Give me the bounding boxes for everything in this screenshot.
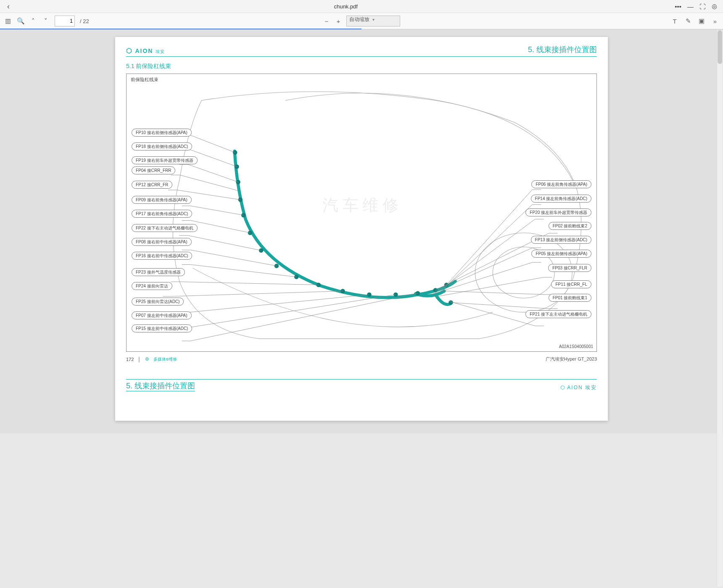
window-controls: ••• — ⛶ ◎ — [675, 3, 723, 10]
callout-right: FP20 接左前车外超宽带传感器 — [525, 208, 591, 216]
zoom-in-icon[interactable]: + — [335, 17, 342, 25]
zoom-select-label: 自动缩放 — [349, 16, 369, 22]
prev-page-icon[interactable]: ˄ — [29, 17, 37, 25]
svg-point-7 — [248, 231, 252, 235]
subsection-title: 5.1 前保险杠线束 — [126, 63, 597, 70]
next-page-preview: 5. 线束接插件位置图 ⬡ AION 埃安 — [126, 379, 597, 391]
brand-text-cn: 埃安 — [156, 49, 165, 54]
overflow-icon[interactable]: » — [711, 17, 719, 25]
sidebar-toggle-icon[interactable]: ▥ — [4, 17, 12, 25]
target-icon[interactable]: ◎ — [712, 3, 717, 10]
wiring-diagram: 前保险杠线束 A02A1S04005001 — [126, 74, 597, 352]
svg-point-5 — [238, 198, 243, 202]
callout-right: FP13 接左前侧传感器(ADC) — [531, 236, 591, 244]
minimize-icon[interactable]: — — [687, 3, 694, 10]
callout-left: FP09 接右前角传感器(APA) — [132, 196, 192, 204]
next-section-heading: 5. 线束接插件位置图 — [126, 381, 195, 391]
callout-left: FP10 接右前侧传感器(APA) — [132, 129, 192, 137]
back-button[interactable]: ‹ — [0, 2, 17, 11]
vehicle-model: 广汽埃安Hyper GT_2023 — [546, 356, 597, 362]
callout-right: FP01 接前舱线束1 — [549, 294, 591, 302]
document-viewport[interactable]: ⬡ AION 埃安 5. 线束接插件位置图 5.1 前保险杠线束 前保险杠线束 … — [0, 29, 723, 433]
callout-left: FP08 接右前中传感器(APA) — [132, 238, 192, 246]
svg-text:汽 车 维 修: 汽 车 维 修 — [322, 196, 398, 214]
scrollbar-thumb[interactable] — [718, 30, 722, 64]
footer-logo-text: 多媒体e维修 — [153, 356, 177, 362]
pdf-toolbar: ▥ 🔍 ˄ ˅ / 22 − + 自动缩放 ▾ T ✎ ▣ » — [0, 13, 723, 29]
brand-logo-bottom: ⬡ AION 埃安 — [560, 384, 597, 391]
next-page-icon[interactable]: ˅ — [42, 17, 50, 25]
callout-left: FP17 接右前角传感器(ADC) — [132, 210, 192, 218]
callout-left: FP07 接左前中传感器(APA) — [132, 311, 192, 319]
page-number: 172 — [126, 357, 134, 362]
callout-right: FP03 接CRR_FLR — [548, 264, 591, 272]
callout-right: FP21 接下左主动进气格栅电机 — [525, 310, 591, 318]
window-title: chunk.pdf — [17, 3, 675, 10]
callout-left: FP19 接右前车外超宽带传感器 — [132, 156, 198, 164]
text-tool-icon[interactable]: T — [671, 17, 678, 25]
page-number-input[interactable] — [55, 16, 75, 26]
callout-left: FP04 接CRR_FRR — [132, 166, 175, 174]
pdf-page: ⬡ AION 埃安 5. 线束接插件位置图 5.1 前保险杠线束 前保险杠线束 … — [115, 37, 608, 421]
page-footer: 172 │ ⚙ 多媒体e维修 广汽埃安Hyper GT_2023 — [126, 356, 597, 362]
page-total: / 22 — [80, 18, 89, 24]
callout-right: FP05 接左前侧传感器(APA) — [531, 250, 591, 258]
image-tool-icon[interactable]: ▣ — [698, 17, 705, 25]
callout-left: FP18 接右前侧传感器(ADC) — [132, 142, 192, 150]
loading-progress — [0, 29, 362, 29]
more-icon[interactable]: ••• — [675, 3, 681, 10]
callout-right: FP02 接前舱线束2 — [549, 222, 591, 230]
callout-left: FP24 接前向雷达 — [132, 282, 172, 290]
zoom-select[interactable]: 自动缩放 ▾ — [346, 16, 400, 26]
callout-right: FP06 接左前角传感器(APA) — [531, 180, 591, 188]
maximize-icon[interactable]: ⛶ — [699, 3, 706, 10]
search-icon[interactable]: 🔍 — [17, 17, 24, 25]
section-heading: 5. 线束接插件位置图 — [528, 45, 597, 55]
callout-left: FP15 接左前中传感器(ADC) — [132, 324, 192, 332]
chevron-down-icon: ▾ — [372, 17, 375, 22]
callout-left: FP22 接下右主动进气格栅电机 — [132, 224, 198, 232]
callout-right: FP11 接CRR_FL — [551, 280, 591, 288]
svg-point-14 — [393, 293, 398, 297]
brand-text-en: AION — [135, 47, 153, 54]
callout-right: FP14 接左前角传感器(ADC) — [531, 195, 591, 203]
window-titlebar: ‹ chunk.pdf ••• — ⛶ ◎ — [0, 0, 723, 13]
callout-left: FP25 接前向雷达(ADC) — [132, 298, 184, 306]
separator: │ — [138, 357, 141, 362]
svg-point-4 — [236, 180, 240, 184]
zoom-out-icon[interactable]: − — [323, 17, 330, 25]
callout-left: FP23 接外气温度传感器 — [132, 268, 185, 276]
brand-logo: ⬡ AION 埃安 — [126, 47, 165, 55]
footer-logo-icon: ⚙ — [145, 356, 149, 362]
draw-tool-icon[interactable]: ✎ — [684, 17, 692, 25]
svg-point-8 — [259, 248, 263, 253]
callout-left: FP12 接CRR_FR — [132, 181, 172, 189]
callout-left: FP16 接右前中传感器(ADC) — [132, 252, 192, 260]
vertical-scrollbar[interactable] — [717, 30, 723, 433]
document-header: ⬡ AION 埃安 5. 线束接插件位置图 — [126, 45, 597, 57]
